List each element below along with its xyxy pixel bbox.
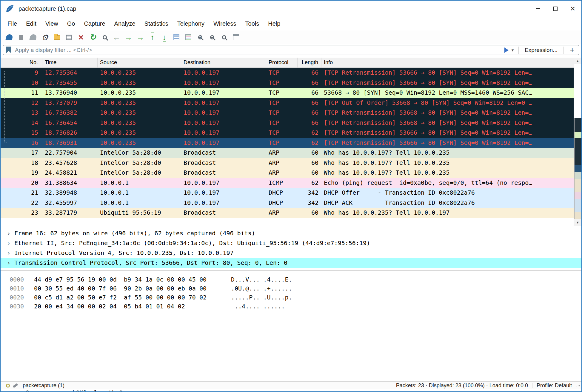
resize-columns-button[interactable] [230,32,241,42]
hex-row-2[interactable]: 002000 c5 d1 a2 00 50 e7 f2 af 55 00 00 … [1,293,581,302]
expression-button[interactable]: Expression... [521,47,562,53]
menu-item-telephony[interactable]: Telephony [173,17,209,30]
auto-scroll-button[interactable] [171,32,182,42]
hex-row-1[interactable]: 001000 30 55 ed 40 00 7f 06 90 2b 0a 00 … [1,284,581,293]
packet-list-scrollbar[interactable]: ▲ ▼ [574,58,581,226]
detail-text: Transmission Control Protocol, Src Port:… [14,258,287,268]
cell-destination: 10.0.0.197 [181,88,266,98]
cell-destination: 10.0.0.197 [181,178,266,188]
packet-row-22[interactable]: 2232.45599710.0.0.110.0.0.197DHCP342DHCP… [1,198,574,208]
packet-row-14[interactable]: 1416.73645410.0.0.23510.0.0.197TCP66[TCP… [1,118,574,128]
wireshark-window: packetcapture (1).cap × FileEditViewGoCa… [0,0,582,392]
resize-grip[interactable] [576,383,580,388]
menu-item-file[interactable]: File [3,17,21,30]
packet-row-23[interactable]: 2333.287179Ubiquiti_95:56:19BroadcastARP… [1,208,574,218]
cell-destination: 10.0.0.197 [181,118,266,128]
zoom-out-icon: − [210,35,214,39]
menu-item-capture[interactable]: Capture [79,17,110,30]
column-header-destination[interactable]: Destination [181,58,266,67]
packet-row-18[interactable]: 1823.457628IntelCor_5a:28:d0BroadcastARP… [1,158,574,168]
profile-label[interactable]: Profile: Default [537,382,572,389]
column-header-time[interactable]: Time [42,58,98,67]
column-header-length[interactable]: Length [298,58,321,67]
scrollbar-mark [574,64,581,71]
scroll-up-icon[interactable]: ▲ [574,58,581,64]
packet-row-9[interactable]: 912.73536410.0.0.23510.0.0.197TCP66[TCP … [1,68,574,78]
close-button[interactable]: × [564,1,581,17]
cell-length: 60 [298,208,321,218]
menu-item-wireless[interactable]: Wireless [209,17,241,30]
restart-capture-button[interactable] [27,32,39,42]
expand-chevron-icon[interactable]: › [7,258,14,268]
reload-file-button[interactable]: ↻ [87,32,98,42]
column-header-source[interactable]: Source [98,58,181,67]
go-last-packet-button[interactable]: ↓ [159,32,170,42]
column-header-no[interactable]: No. [1,58,42,67]
find-packet-button[interactable] [99,32,110,42]
detail-row-1[interactable]: ›Ethernet II, Src: PcEngine_34:1a:0c (00… [1,238,581,248]
menu-item-statistics[interactable]: Statistics [140,17,173,30]
apply-filter-icon[interactable] [504,47,509,53]
filter-dropdown-caret-icon[interactable]: ▾ [512,47,514,53]
close-file-button[interactable]: × [75,32,86,42]
minimize-button[interactable] [529,1,547,17]
status-bar: packetcapture (1) Packets: 23 · Displaye… [1,381,581,389]
packet-row-12[interactable]: 1213.73707910.0.0.23510.0.0.197TCP66[TCP… [1,98,574,108]
detail-row-3[interactable]: ›Transmission Control Protocol, Src Port… [1,258,581,268]
menu-item-go[interactable]: Go [63,17,80,30]
expand-chevron-icon[interactable]: › [7,228,14,238]
zoom-original-button[interactable] [218,32,230,42]
stop-capture-button[interactable] [16,32,27,42]
hex-row-3[interactable]: 003020 00 e4 34 00 00 02 04 05 b4 01 01 … [1,302,581,311]
packet-row-16[interactable]: 1618.73693110.0.0.23510.0.0.197TCP62[TCP… [1,138,574,148]
annotation-icon[interactable] [13,383,18,388]
zoom-in-button[interactable]: + [195,32,206,42]
go-forward-button[interactable]: → [123,32,134,42]
scroll-down-icon[interactable]: ▼ [574,219,581,226]
cell-info: Who has 10.0.0.197? Tell 10.0.0.235 [321,158,574,168]
column-header-info[interactable]: Info [321,58,574,67]
go-to-packet-button[interactable]: → [135,32,146,42]
packet-row-13[interactable]: 1316.73638210.0.0.23510.0.0.197TCP66[TCP… [1,108,574,118]
expand-chevron-icon[interactable]: › [7,238,14,248]
packet-row-20[interactable]: 2031.38863410.0.0.110.0.0.197ICMP62Echo … [1,178,574,188]
column-header-protocol[interactable]: Protocol [266,58,298,67]
cell-protocol: TCP [266,78,298,88]
hex-row-0[interactable]: 000044 d9 e7 95 56 19 00 0d b9 34 1a 0c … [1,275,581,284]
cell-protocol: DHCP [266,198,298,208]
cell-time: 13.736940 [42,88,98,98]
save-file-button[interactable] [63,32,74,42]
expand-chevron-icon[interactable]: › [7,248,14,258]
packet-row-19[interactable]: 1924.458821IntelCor_5a:28:d0BroadcastARP… [1,168,574,178]
cell-length: 60 [298,158,321,168]
capture-options-button[interactable]: ⚙ [39,32,50,42]
go-first-packet-button[interactable]: ↑ [147,32,158,42]
menu-item-view[interactable]: View [41,17,63,30]
packet-row-10[interactable]: 1012.73545510.0.0.23510.0.0.197TCP66[TCP… [1,78,574,88]
cell-source: Ubiquiti_95:56:19 [98,208,181,218]
menu-item-tools[interactable]: Tools [241,17,264,30]
packet-row-11[interactable]: 1113.73694010.0.0.23510.0.0.197TCP665366… [1,88,574,98]
start-capture-button[interactable] [4,32,15,42]
menu-item-help[interactable]: Help [264,17,285,30]
detail-row-2[interactable]: ›Internet Protocol Version 4, Src: 10.0.… [1,248,581,258]
display-filter-input[interactable]: Apply a display filter ... <Ctrl-/> [15,47,502,53]
packet-row-17[interactable]: 1722.757904IntelCor_5a:28:d0BroadcastARP… [1,148,574,158]
colorize-packets-button[interactable] [183,32,194,42]
cell-info: DHCP Offer - Transaction ID 0xc8022a76 [321,188,574,198]
detail-row-0[interactable]: ›Frame 16: 62 bytes on wire (496 bits), … [1,228,581,238]
zoom-out-button[interactable]: − [207,32,218,42]
scrollbar-thumb[interactable] [574,118,581,219]
menu-item-edit[interactable]: Edit [21,17,41,30]
go-back-button[interactable]: ← [111,32,122,42]
cell-destination: 10.0.0.197 [181,128,266,138]
menu-item-analyze[interactable]: Analyze [110,17,140,30]
capture-status-icon[interactable] [6,384,10,388]
packet-row-21[interactable]: 2132.38994810.0.0.110.0.0.197DHCP342DHCP… [1,188,574,198]
packet-row-15[interactable]: 1518.73682610.0.0.23510.0.0.197TCP62[TCP… [1,128,574,138]
add-filter-button[interactable]: + [566,45,579,55]
open-file-button[interactable] [51,32,62,42]
go-last-packet-icon: ↓ [162,33,166,41]
filter-bookmark-icon[interactable] [6,47,11,53]
maximize-button[interactable] [547,1,564,17]
